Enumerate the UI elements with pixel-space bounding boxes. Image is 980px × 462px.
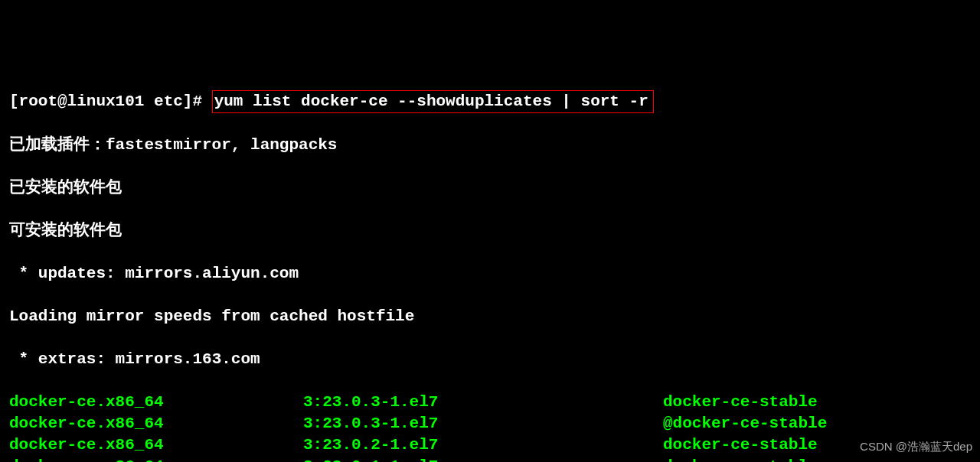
plugins-loaded-line: 已加载插件：fastestmirror, langpacks bbox=[9, 135, 971, 156]
installed-packages-heading: 已安装的软件包 bbox=[9, 177, 971, 199]
package-list: docker-ce.x86_643:23.0.3-1.el7docker-ce-… bbox=[9, 392, 971, 462]
package-repo: @docker-ce-stable bbox=[663, 413, 971, 434]
package-version: 3:23.0.2-1.el7 bbox=[303, 434, 663, 456]
package-row: docker-ce.x86_643:23.0.3-1.el7@docker-ce… bbox=[9, 413, 971, 434]
package-row: docker-ce.x86_643:23.0.3-1.el7docker-ce-… bbox=[9, 392, 971, 413]
highlighted-command: yum list docker-ce --showduplicates | so… bbox=[212, 90, 654, 113]
package-version: 3:23.0.3-1.el7 bbox=[303, 413, 663, 434]
package-name: docker-ce.x86_64 bbox=[9, 456, 303, 462]
package-name: docker-ce.x86_64 bbox=[9, 413, 303, 434]
package-repo: docker-ce-stable bbox=[663, 392, 971, 413]
available-packages-heading: 可安装的软件包 bbox=[9, 220, 971, 242]
command-line[interactable]: [root@linux101 etc]# yum list docker-ce … bbox=[9, 90, 971, 113]
updates-mirror-line: * updates: mirrors.aliyun.com bbox=[9, 263, 971, 285]
shell-prompt: [root@linux101 etc]# bbox=[9, 93, 212, 110]
package-name: docker-ce.x86_64 bbox=[9, 392, 303, 413]
package-row: docker-ce.x86_643:23.0.1-1.el7docker-ce-… bbox=[9, 456, 971, 462]
watermark-text: CSDN @浩瀚蓝天dep bbox=[860, 436, 972, 457]
package-version: 3:23.0.3-1.el7 bbox=[303, 392, 663, 413]
package-row: docker-ce.x86_643:23.0.2-1.el7docker-ce-… bbox=[9, 434, 971, 456]
package-name: docker-ce.x86_64 bbox=[9, 434, 303, 456]
loading-mirror-line: Loading mirror speeds from cached hostfi… bbox=[9, 306, 971, 327]
package-version: 3:23.0.1-1.el7 bbox=[303, 456, 663, 462]
extras-mirror-line: * extras: mirrors.163.com bbox=[9, 349, 971, 370]
